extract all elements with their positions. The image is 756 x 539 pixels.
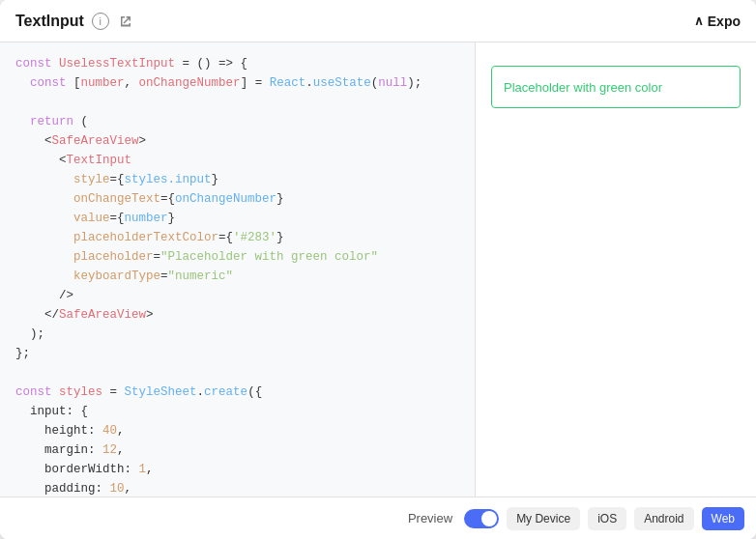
expo-logo: ∧ Expo [694, 14, 741, 29]
content-area: const UselessTextInput = () => { const [… [0, 43, 756, 496]
page-title: TextInput [15, 13, 84, 30]
code-line-2: const [number, onChangeNumber] = React.u… [15, 73, 459, 93]
code-line-9: value={number} [15, 209, 459, 228]
code-line-13: /> [15, 286, 459, 305]
code-line-12: keyboardType="numeric" [15, 267, 459, 286]
code-line-8: onChangeText={onChangeNumber} [15, 189, 459, 209]
toggle-knob [481, 511, 497, 526]
preview-toggle[interactable] [464, 509, 499, 528]
my-device-button[interactable]: My Device [507, 507, 580, 530]
header-left: TextInput i [15, 13, 134, 30]
preview-text-input[interactable]: Placeholder with green color [491, 66, 741, 108]
code-line-blank-2 [15, 363, 459, 383]
preview-panel: Placeholder with green color [476, 43, 756, 496]
main-window: TextInput i ∧ Expo const UselessTextInpu… [0, 0, 756, 539]
code-line-11: placeholder="Placeholder with green colo… [15, 247, 459, 267]
code-line-15: ); [15, 325, 459, 344]
code-line-22: borderWidth: 1, [15, 460, 459, 479]
code-line-blank-1 [15, 93, 459, 112]
web-button[interactable]: Web [702, 507, 744, 530]
code-line-16: }; [15, 344, 459, 363]
code-line-1: const UselessTextInput = () => { [15, 54, 459, 73]
code-line-20: height: 40, [15, 421, 459, 440]
android-button[interactable]: Android [634, 507, 693, 530]
code-line-4: return ( [15, 112, 459, 131]
placeholder-text: Placeholder with green color [504, 80, 662, 95]
code-line-14: </SafeAreaView> [15, 305, 459, 325]
code-line-7: style={styles.input} [15, 170, 459, 189]
code-line-21: margin: 12, [15, 440, 459, 460]
code-line-5: <SafeAreaView> [15, 131, 459, 151]
ios-button[interactable]: iOS [588, 507, 626, 530]
code-line-10: placeholderTextColor={'#283'} [15, 228, 459, 247]
footer-bar: Preview My Device iOS Android Web [0, 496, 756, 539]
expo-chevron-icon: ∧ [694, 14, 704, 28]
code-line-19: input: { [15, 402, 459, 421]
code-editor[interactable]: const UselessTextInput = () => { const [… [0, 43, 476, 496]
code-line-18: const styles = StyleSheet.create({ [15, 383, 459, 402]
code-line-23: padding: 10, [15, 479, 459, 496]
external-link-icon[interactable] [117, 13, 134, 30]
info-icon[interactable]: i [92, 13, 109, 30]
preview-label: Preview [408, 511, 452, 525]
code-line-6: <TextInput [15, 151, 459, 170]
header-bar: TextInput i ∧ Expo [0, 0, 756, 43]
